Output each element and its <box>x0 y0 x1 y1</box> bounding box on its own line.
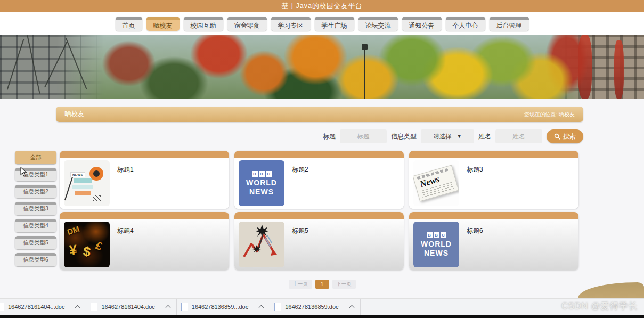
sidebar-item-type5[interactable]: 信息类型5 <box>15 236 56 249</box>
downloads-bar: 1646278161404...doc 1646278161404.doc 16… <box>0 298 644 315</box>
tab-admin[interactable]: 后台管理 <box>490 17 529 31</box>
news-illustration-thumbnail: NEWS <box>64 160 110 206</box>
decor-bar <box>75 191 91 195</box>
title-filter-label: 标题 <box>323 132 336 141</box>
list-item-card-4[interactable]: DM ¥ $ £ 标题4 <box>60 212 229 270</box>
bbc-letter: C <box>266 171 272 177</box>
search-icon <box>554 133 560 140</box>
document-icon <box>181 303 188 311</box>
currency-symbol: DM <box>66 224 80 237</box>
card-title: 标题5 <box>292 226 308 235</box>
download-filename: 1646278161404.doc <box>101 304 154 310</box>
list-item-card-5[interactable]: 标题5 <box>234 212 404 270</box>
download-item-3[interactable]: 1646278136859...doc <box>177 299 270 315</box>
card-title: 标题2 <box>292 165 308 174</box>
tab-show-alumni[interactable]: 晒校友 <box>146 17 180 31</box>
search-bar: 标题 信息类型 请选择 ▼ 姓名 搜索 <box>56 129 583 144</box>
name-filter-label: 姓名 <box>478 132 491 141</box>
card-top-bar <box>409 151 578 158</box>
name-filter-input[interactable] <box>495 129 542 143</box>
card-top-bar <box>409 212 578 219</box>
list-item-card-6[interactable]: B B C WORLD NEWS 标题6 <box>409 212 578 270</box>
chevron-down-icon: ▼ <box>457 134 462 139</box>
tab-personal-center[interactable]: 个人中心 <box>446 17 485 31</box>
card-grid: NEWS 标题1 B B C WORLD NEWS 标题2 <box>60 151 578 270</box>
chevron-up-icon[interactable] <box>75 305 80 311</box>
document-icon <box>274 303 281 311</box>
bbc-letter: C <box>441 232 446 238</box>
chevron-up-icon[interactable] <box>349 305 354 311</box>
bottom-black-strip <box>0 315 644 318</box>
card-title: 标题4 <box>117 226 134 235</box>
bbc-letter-blocks: B B C <box>252 171 272 177</box>
download-filename: 1646278161404...doc <box>8 304 64 310</box>
card-title: 标题6 <box>467 226 483 235</box>
page-title: 基于Java的校园交友平台 <box>282 2 363 11</box>
sidebar-item-type4[interactable]: 信息类型4 <box>15 219 56 232</box>
chart-crash-graphic <box>239 222 284 267</box>
currency-symbol: ¥ <box>68 241 78 258</box>
sidebar-item-all[interactable]: 全部 <box>15 151 56 164</box>
bbc-letter: B <box>252 171 258 177</box>
sidebar-item-type3[interactable]: 信息类型3 <box>15 202 56 215</box>
breadcrumb-location-link[interactable]: 晒校友 <box>559 111 575 117</box>
list-item-card-2[interactable]: B B C WORLD NEWS 标题2 <box>234 151 404 209</box>
search-button[interactable]: 搜索 <box>547 129 583 143</box>
card-top-bar <box>60 212 229 219</box>
bbc-letter-blocks: B B C <box>427 232 446 238</box>
breadcrumb: 晒校友 您现在的位置: 晒校友 <box>56 107 583 122</box>
tab-campus-help[interactable]: 校园互助 <box>184 17 223 31</box>
type-filter-value: 请选择 <box>433 133 452 141</box>
newspaper-thumbnail: News <box>413 160 459 206</box>
prev-page-button[interactable]: 上一页 <box>289 280 312 289</box>
download-item-2[interactable]: 1646278161404.doc <box>86 299 176 315</box>
banner-lamp-post <box>364 48 365 99</box>
download-filename: 1646278136859...doc <box>192 304 248 310</box>
currency-collage-thumbnail: DM ¥ $ £ <box>64 222 110 267</box>
pagination: 上一页 1 下一页 <box>289 280 356 289</box>
card-top-bar <box>234 212 404 219</box>
sidebar-item-type1[interactable]: 信息类型1 <box>15 168 56 181</box>
chevron-up-icon[interactable] <box>259 305 264 311</box>
banner-image <box>0 35 644 99</box>
download-item-1[interactable]: 1646278161404...doc <box>0 299 86 315</box>
tab-notices[interactable]: 通知公告 <box>402 17 442 31</box>
chevron-up-icon[interactable] <box>165 305 170 311</box>
document-icon <box>0 303 4 311</box>
download-item-4[interactable]: 1646278136859.doc <box>270 299 360 315</box>
currency-symbol: $ <box>82 243 92 260</box>
currency-symbol: £ <box>94 239 104 254</box>
sidebar-item-type6[interactable]: 信息类型6 <box>15 253 56 266</box>
tab-student-square[interactable]: 学生广场 <box>315 17 354 31</box>
type-filter-label: 信息类型 <box>391 132 417 141</box>
bbc-world-text: WORLD <box>246 179 277 187</box>
csdn-watermark: CSDN @爱得学长 <box>561 300 638 312</box>
breadcrumb-title: 晒校友 <box>64 110 85 119</box>
list-item-card-3[interactable]: News 标题3 <box>409 151 578 209</box>
banner-autumn-foliage <box>0 35 644 99</box>
tab-dorm-snacks[interactable]: 宿舍零食 <box>227 17 267 31</box>
main-nav: 首页 晒校友 校园互助 宿舍零食 学习专区 学生广场 论坛交流 通知公告 个人中… <box>0 12 644 35</box>
download-filename: 1646278136859.doc <box>285 304 338 310</box>
type-filter-select[interactable]: 请选择 ▼ <box>421 129 474 143</box>
bbc-letter: B <box>259 171 265 177</box>
card-title: 标题1 <box>117 165 134 174</box>
tab-home[interactable]: 首页 <box>116 17 142 31</box>
list-item-card-1[interactable]: NEWS 标题1 <box>60 151 229 209</box>
current-page-button[interactable]: 1 <box>315 280 329 289</box>
breadcrumb-location-prefix: 您现在的位置: <box>524 111 557 117</box>
confetti-decor <box>93 195 101 201</box>
pen-icon <box>64 177 73 200</box>
card-top-bar <box>234 151 404 158</box>
document-icon <box>91 303 97 311</box>
bbc-world-news-logo: B B C WORLD NEWS <box>239 160 284 206</box>
next-page-button[interactable]: 下一页 <box>332 280 356 289</box>
title-filter-input[interactable] <box>340 129 387 143</box>
newspaper-sheet: News <box>413 165 459 201</box>
card-top-bar <box>60 151 229 158</box>
breadcrumb-location: 您现在的位置: 晒校友 <box>524 111 575 118</box>
tab-forum[interactable]: 论坛交流 <box>358 17 398 31</box>
sidebar-item-type2[interactable]: 信息类型2 <box>15 185 56 198</box>
tab-study-zone[interactable]: 学习专区 <box>271 17 311 31</box>
category-sidebar: 全部 信息类型1 信息类型2 信息类型3 信息类型4 信息类型5 信息类型6 <box>15 151 56 270</box>
